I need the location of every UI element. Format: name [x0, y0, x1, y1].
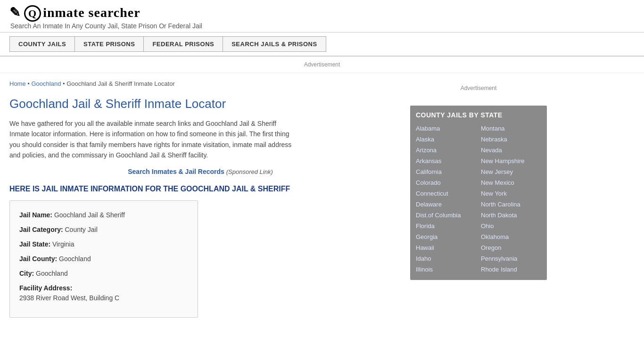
logo-text: Qinmate searcher	[24, 5, 140, 20]
state-link-pennsylvania[interactable]: Pennsylvania	[481, 254, 541, 263]
state-link-hawaii[interactable]: Hawaii	[416, 243, 476, 253]
state-link-alaska[interactable]: Alaska	[416, 134, 476, 144]
state-link-montana[interactable]: Montana	[481, 123, 541, 133]
jail-category-value: County Jail	[65, 226, 97, 233]
sponsored-label: (Sponsored Link)	[226, 168, 273, 175]
state-grid: AlabamaMontanaAlaskaNebraskaArizonaNevad…	[416, 123, 541, 274]
jail-address-value: 2938 River Road West, Building C	[19, 293, 188, 303]
jail-state-value: Virginia	[52, 240, 74, 248]
jail-county-row: Jail County: Goochland	[19, 254, 188, 264]
jail-name-label: Jail Name:	[19, 211, 52, 219]
breadcrumb-sep2: •	[63, 80, 66, 87]
search-inmates-link[interactable]: Search Inmates & Jail Records	[128, 168, 224, 175]
state-link-rhode-island[interactable]: Rhode Island	[481, 264, 541, 274]
breadcrumb-home[interactable]: Home	[9, 80, 26, 87]
jail-city-row: City: Goochland	[19, 269, 188, 279]
state-link-arkansas[interactable]: Arkansas	[416, 156, 476, 166]
state-link-colorado[interactable]: Colorado	[416, 178, 476, 188]
logo-text-label: inmate searcher	[43, 5, 140, 20]
breadcrumb-parent[interactable]: Goochland	[31, 80, 61, 87]
state-link-new-mexico[interactable]: New Mexico	[481, 178, 541, 188]
jail-name-value: Goochland Jail & Sheriff	[54, 211, 125, 219]
state-link-delaware[interactable]: Delaware	[416, 199, 476, 209]
state-box-title: COUNTY JAILS BY STATE	[416, 111, 541, 119]
breadcrumb-current: Goochland Jail & Sheriff Inmate Locator	[66, 80, 175, 87]
state-link-new-hampshire[interactable]: New Hampshire	[481, 156, 541, 166]
state-link-oklahoma[interactable]: Oklahoma	[481, 232, 541, 242]
state-link-georgia[interactable]: Georgia	[416, 232, 476, 242]
jail-city-label: City:	[19, 270, 34, 277]
nav-state-prisons[interactable]: STATE PRISONS	[74, 36, 143, 52]
tagline: Search An Inmate In Any County Jail, Sta…	[10, 22, 635, 30]
state-link-california[interactable]: California	[416, 167, 476, 177]
state-link-nebraska[interactable]: Nebraska	[481, 134, 541, 144]
state-link-florida[interactable]: Florida	[416, 221, 476, 231]
state-link-idaho[interactable]: Idaho	[416, 254, 476, 263]
jail-address-label: Facility Address:	[19, 284, 72, 292]
main-layout: Home • Goochland • Goochland Jail & Sher…	[0, 73, 644, 325]
logo-icon: ✎	[9, 5, 20, 20]
jail-address-row: Facility Address: 2938 River Road West, …	[19, 283, 188, 303]
sidebar: Advertisement COUNTY JAILS BY STATE Alab…	[401, 73, 547, 325]
page-title: Goochland Jail & Sheriff Inmate Locator	[9, 97, 391, 111]
search-link-area: Search Inmates & Jail Records (Sponsored…	[9, 168, 391, 175]
state-box: COUNTY JAILS BY STATE AlabamaMontanaAlas…	[410, 106, 547, 280]
state-link-dist.of-columbia[interactable]: Dist.of Columbia	[416, 210, 476, 220]
jail-county-label: Jail County:	[19, 255, 57, 263]
jail-category-row: Jail Category: County Jail	[19, 225, 188, 235]
jail-state-row: Jail State: Virginia	[19, 239, 188, 249]
nav-county-jails[interactable]: COUNTY JAILS	[9, 36, 74, 52]
jail-info-box: Jail Name: Goochland Jail & Sheriff Jail…	[9, 200, 198, 318]
nav-federal-prisons[interactable]: FEDERAL PRISONS	[143, 36, 223, 52]
jail-category-label: Jail Category:	[19, 226, 63, 233]
state-link-illinois[interactable]: Illinois	[416, 264, 476, 274]
ad-banner-top: Advertisement	[0, 57, 644, 73]
logo-area: ✎ Qinmate searcher	[9, 5, 635, 20]
state-link-arizona[interactable]: Arizona	[416, 145, 476, 155]
content: Home • Goochland • Goochland Jail & Sher…	[9, 73, 401, 325]
jail-county-value: Goochland	[59, 255, 91, 263]
nav-search-jails[interactable]: SEARCH JAILS & PRISONS	[223, 36, 326, 52]
state-link-ohio[interactable]: Ohio	[481, 221, 541, 231]
state-link-alabama[interactable]: Alabama	[416, 123, 476, 133]
jail-state-label: Jail State:	[19, 240, 50, 248]
state-link-new-jersey[interactable]: New Jersey	[481, 167, 541, 177]
state-link-nevada[interactable]: Nevada	[481, 145, 541, 155]
state-link-new-york[interactable]: New York	[481, 189, 541, 198]
nav: COUNTY JAILS STATE PRISONS FEDERAL PRISO…	[0, 33, 644, 57]
state-link-connecticut[interactable]: Connecticut	[416, 189, 476, 198]
state-link-north-dakota[interactable]: North Dakota	[481, 210, 541, 220]
state-link-north-carolina[interactable]: North Carolina	[481, 199, 541, 209]
ad-sidebar: Advertisement	[410, 80, 547, 96]
breadcrumb: Home • Goochland • Goochland Jail & Sher…	[9, 80, 391, 87]
jail-city-value: Goochland	[36, 270, 68, 277]
header: ✎ Qinmate searcher Search An Inmate In A…	[0, 0, 644, 33]
state-link-oregon[interactable]: Oregon	[481, 243, 541, 253]
description: We have gathered for you all the availab…	[9, 118, 292, 161]
jail-name-row: Jail Name: Goochland Jail & Sheriff	[19, 210, 188, 220]
jail-info-heading: HERE IS JAIL INMATE INFORMATION FOR THE …	[9, 185, 391, 193]
